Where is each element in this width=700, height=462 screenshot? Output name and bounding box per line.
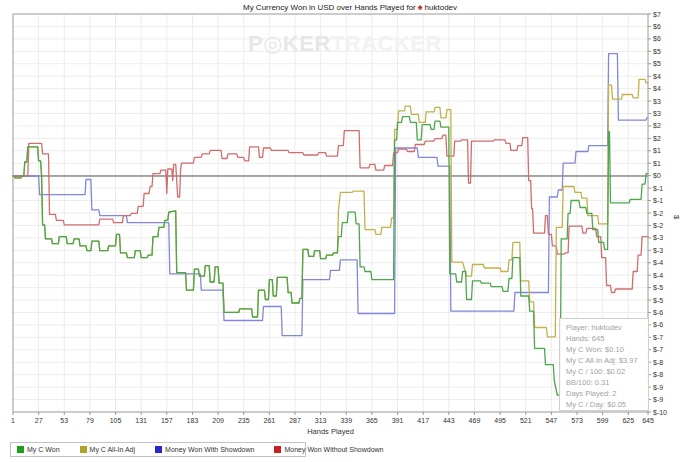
svg-text:$-8: $-8 xyxy=(653,371,663,378)
svg-text:$-6: $-6 xyxy=(653,309,663,316)
svg-text:157: 157 xyxy=(161,417,173,424)
svg-text:27: 27 xyxy=(35,417,43,424)
svg-text:$1: $1 xyxy=(653,147,661,154)
svg-text:$4: $4 xyxy=(653,85,661,92)
stats-line: BB/100: 0.31 xyxy=(566,377,648,388)
svg-text:$-5: $-5 xyxy=(653,284,663,291)
svg-text:$-1: $-1 xyxy=(653,197,663,204)
svg-text:417: 417 xyxy=(417,417,429,424)
svg-text:53: 53 xyxy=(60,417,68,424)
svg-text:599: 599 xyxy=(597,417,609,424)
svg-text:$-9: $-9 xyxy=(653,396,663,403)
svg-text:$2: $2 xyxy=(653,135,661,142)
legend-item: Money Won With Showdown xyxy=(155,446,254,453)
svg-text:365: 365 xyxy=(366,417,378,424)
svg-text:$-6: $-6 xyxy=(653,321,663,328)
svg-text:$-1: $-1 xyxy=(653,185,663,192)
svg-text:573: 573 xyxy=(571,417,583,424)
legend-label: Money Won Without Showdown xyxy=(284,446,383,453)
svg-text:$4: $4 xyxy=(653,73,661,80)
svg-text:$-7: $-7 xyxy=(653,346,663,353)
svg-text:$: $ xyxy=(672,215,681,220)
stats-line: Days Played: 2 xyxy=(566,388,648,399)
svg-text:469: 469 xyxy=(469,417,481,424)
svg-text:$-9: $-9 xyxy=(653,384,663,391)
svg-text:$3: $3 xyxy=(653,110,661,117)
svg-text:547: 547 xyxy=(546,417,558,424)
svg-text:$-2: $-2 xyxy=(653,210,663,217)
svg-text:391: 391 xyxy=(392,417,404,424)
legend-swatch-icon xyxy=(17,446,24,453)
legend-swatch-icon xyxy=(274,446,281,453)
svg-text:495: 495 xyxy=(494,417,506,424)
stats-line: My C / Day: $0.05 xyxy=(566,399,648,410)
svg-text:235: 235 xyxy=(238,417,250,424)
svg-text:625: 625 xyxy=(622,417,634,424)
svg-text:209: 209 xyxy=(212,417,224,424)
poker-tracker-graph-window: My Currency Won in USD over Hands Played… xyxy=(0,0,700,462)
svg-text:Hands Played: Hands Played xyxy=(307,427,354,436)
svg-text:$0: $0 xyxy=(653,172,661,179)
legend-swatch-icon xyxy=(155,446,162,453)
svg-text:$6: $6 xyxy=(653,35,661,42)
legend-label: My C All-In Adj xyxy=(90,446,136,453)
legend: My C WonMy C All-In AdjMoney Won With Sh… xyxy=(10,442,306,457)
series-line xyxy=(13,54,648,336)
series-line xyxy=(13,131,648,293)
series-line xyxy=(13,117,648,395)
stats-line: My C All-In Adj: $3.97 xyxy=(566,355,648,366)
svg-text:521: 521 xyxy=(520,417,532,424)
svg-text:$-4: $-4 xyxy=(653,259,663,266)
svg-text:$-3: $-3 xyxy=(653,234,663,241)
svg-text:105: 105 xyxy=(110,417,122,424)
svg-text:183: 183 xyxy=(187,417,199,424)
series-line xyxy=(13,79,648,337)
svg-text:645: 645 xyxy=(642,417,654,424)
svg-text:443: 443 xyxy=(443,417,455,424)
stats-line: My C Won: $0.10 xyxy=(566,344,648,355)
stats-box: Player: huktodevHands: 645My C Won: $0.1… xyxy=(559,318,649,411)
stats-line: Player: huktodev xyxy=(566,322,648,333)
svg-text:261: 261 xyxy=(264,417,276,424)
svg-text:$1: $1 xyxy=(653,160,661,167)
svg-text:$5: $5 xyxy=(653,48,661,55)
svg-text:$-3: $-3 xyxy=(653,247,663,254)
svg-text:313: 313 xyxy=(315,417,327,424)
legend-label: My C Won xyxy=(27,446,60,453)
svg-text:$-8: $-8 xyxy=(653,359,663,366)
stats-line: Hands: 645 xyxy=(566,333,648,344)
svg-text:79: 79 xyxy=(86,417,94,424)
svg-text:$-10: $-10 xyxy=(653,409,667,416)
svg-text:$5: $5 xyxy=(653,60,661,67)
legend-label: Money Won With Showdown xyxy=(165,446,254,453)
svg-text:$3: $3 xyxy=(653,98,661,105)
stats-line: My C / 100: $0.02 xyxy=(566,366,648,377)
legend-item: My C All-In Adj xyxy=(80,446,136,453)
pokertracker-watermark: P◎KERTRACKER xyxy=(248,31,442,56)
legend-swatch-icon xyxy=(80,446,87,453)
svg-text:287: 287 xyxy=(289,417,301,424)
legend-item: My C Won xyxy=(17,446,60,453)
svg-text:$-4: $-4 xyxy=(653,272,663,279)
svg-text:$-7: $-7 xyxy=(653,334,663,341)
svg-text:131: 131 xyxy=(135,417,147,424)
svg-text:$7: $7 xyxy=(653,11,661,18)
legend-item: Money Won Without Showdown xyxy=(274,446,383,453)
svg-text:$2: $2 xyxy=(653,122,661,129)
svg-text:1: 1 xyxy=(11,417,15,424)
svg-text:$-2: $-2 xyxy=(653,222,663,229)
svg-text:339: 339 xyxy=(340,417,352,424)
svg-text:$6: $6 xyxy=(653,23,661,30)
svg-text:$-5: $-5 xyxy=(653,297,663,304)
